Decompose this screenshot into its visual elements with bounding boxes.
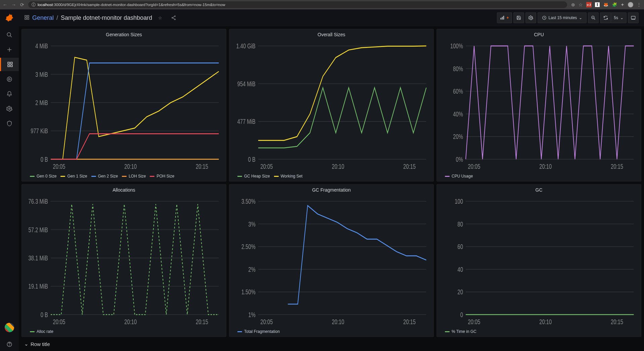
help-nav[interactable] bbox=[0, 338, 19, 351]
legend-item[interactable]: Gen 2 Size bbox=[91, 174, 118, 179]
legend-item[interactable]: % Time in GC bbox=[445, 329, 476, 334]
chart-area[interactable]: 0 B477 MiB954 MiB1.40 GiB20:0520:1020:15 bbox=[232, 40, 431, 172]
svg-text:57.2 MiB: 57.2 MiB bbox=[29, 226, 48, 234]
legend-label: Working Set bbox=[281, 174, 303, 179]
svg-text:20:15: 20:15 bbox=[196, 163, 208, 170]
url-host: localhost bbox=[38, 3, 53, 7]
browser-url-bar[interactable]: ⓘ localhost:3000/d/9GEjrXHnk/sample-dotn… bbox=[28, 1, 567, 8]
browser-extensions: ⊕ ☆ u 2 I 🦊 🧩 ✦ ⋮ bbox=[571, 2, 641, 7]
dashboards-icon[interactable] bbox=[24, 15, 30, 21]
grafana-logo-icon[interactable] bbox=[4, 12, 15, 23]
favorite-icon[interactable]: ☆ bbox=[155, 12, 166, 23]
legend-item[interactable]: LOH Size bbox=[122, 174, 146, 179]
legend-item[interactable]: Gen 0 Size bbox=[30, 174, 56, 179]
svg-text:80%: 80% bbox=[453, 65, 463, 73]
legend-item[interactable]: POH Size bbox=[150, 174, 174, 179]
svg-rect-5 bbox=[10, 62, 12, 64]
svg-text:20:15: 20:15 bbox=[403, 163, 416, 170]
browser-reload-icon[interactable]: ⟳ bbox=[20, 2, 24, 7]
svg-rect-6 bbox=[8, 65, 9, 67]
legend-item[interactable]: GC Heap Size bbox=[237, 174, 270, 179]
panel-gc_frag[interactable]: GC Fragmentation1%1.50%2%2.50%3%3.50%20:… bbox=[229, 184, 434, 337]
chart-area[interactable]: 0 B19.1 MiB38.1 MiB57.2 MiB76.3 MiB20:05… bbox=[25, 195, 223, 328]
panel-gc[interactable]: GC02040608010020:0520:1020:15% Time in G… bbox=[436, 184, 641, 337]
chart-area[interactable]: 02040608010020:0520:1020:15 bbox=[440, 195, 638, 328]
breadcrumb-sep: / bbox=[56, 14, 58, 21]
legend-item[interactable]: Working Set bbox=[274, 174, 303, 179]
admin-nav[interactable] bbox=[0, 117, 19, 130]
refresh-interval-picker[interactable]: 5s ⌄ bbox=[611, 12, 627, 23]
svg-text:80: 80 bbox=[458, 220, 463, 228]
ext-icon-1[interactable]: 🦊 bbox=[603, 2, 608, 7]
legend: Total Fragmentation bbox=[232, 328, 431, 334]
svg-rect-13 bbox=[25, 15, 27, 17]
zoom-out-button[interactable] bbox=[588, 12, 599, 23]
onepassword-ext-icon[interactable]: I bbox=[595, 2, 600, 7]
svg-text:0 B: 0 B bbox=[248, 156, 256, 163]
share-icon[interactable] bbox=[168, 12, 179, 23]
add-panel-button[interactable]: + bbox=[497, 12, 512, 23]
legend-swatch bbox=[30, 331, 35, 332]
browser-menu-icon[interactable]: ⋮ bbox=[637, 2, 641, 7]
svg-rect-4 bbox=[8, 62, 9, 64]
ext-icon-2[interactable]: 🧩 bbox=[612, 2, 617, 7]
dashboards-nav[interactable] bbox=[0, 58, 19, 71]
svg-rect-16 bbox=[27, 18, 29, 19]
browser-back-icon[interactable]: ← bbox=[3, 2, 7, 7]
browser-forward-icon[interactable]: → bbox=[11, 2, 16, 7]
config-nav[interactable] bbox=[0, 102, 19, 115]
bookmark-star-icon[interactable]: ☆ bbox=[579, 2, 583, 7]
panel-gen_sizes[interactable]: Generation Sizes0 B977 KiB2 MiB3 MiB4 Mi… bbox=[21, 29, 226, 182]
chart-area[interactable]: 0%20%40%60%80%100%20:0520:1020:15 bbox=[440, 40, 638, 172]
svg-line-1 bbox=[10, 36, 12, 37]
svg-rect-23 bbox=[502, 17, 502, 19]
svg-text:100%: 100% bbox=[450, 42, 463, 50]
row-toggle[interactable]: ⌄Row title bbox=[21, 340, 641, 348]
legend-label: Total Fragmentation bbox=[244, 329, 280, 334]
ublock-ext-icon[interactable]: u 2 bbox=[586, 2, 592, 7]
svg-text:38.1 MiB: 38.1 MiB bbox=[29, 254, 48, 262]
save-button[interactable] bbox=[513, 12, 524, 23]
svg-text:20:10: 20:10 bbox=[332, 318, 344, 326]
browser-chrome: ← → ⟳ ⓘ localhost:3000/d/9GEjrXHnk/sampl… bbox=[0, 0, 644, 9]
legend-item[interactable]: Alloc rate bbox=[30, 329, 53, 334]
view-mode-button[interactable] bbox=[628, 12, 639, 23]
legend-item[interactable]: CPU Usage bbox=[445, 174, 473, 179]
page-title: Sample dotnet-monitor dashboard bbox=[61, 14, 152, 21]
legend-swatch bbox=[274, 176, 279, 177]
chart-area[interactable]: 1%1.50%2%2.50%3%3.50%20:0520:1020:15 bbox=[232, 195, 431, 328]
svg-marker-9 bbox=[8, 78, 10, 80]
search-nav[interactable] bbox=[0, 28, 19, 42]
legend-swatch bbox=[150, 176, 154, 177]
explore-nav[interactable] bbox=[0, 72, 19, 86]
refresh-button[interactable] bbox=[600, 12, 611, 23]
refresh-interval: 5s bbox=[614, 15, 618, 20]
svg-point-18 bbox=[172, 17, 173, 18]
legend-item[interactable]: Total Fragmentation bbox=[237, 329, 280, 334]
svg-text:4 MiB: 4 MiB bbox=[35, 42, 48, 50]
legend-label: Gen 0 Size bbox=[37, 174, 56, 179]
extensions-puzzle-icon[interactable]: ✦ bbox=[620, 2, 625, 7]
user-avatar[interactable] bbox=[5, 323, 14, 332]
alerting-nav[interactable] bbox=[0, 87, 19, 101]
svg-text:20:15: 20:15 bbox=[611, 163, 623, 170]
profile-avatar-icon[interactable] bbox=[628, 2, 633, 7]
breadcrumb-root[interactable]: General bbox=[32, 14, 54, 21]
legend: Alloc rate bbox=[25, 328, 223, 334]
sidebar bbox=[0, 9, 19, 351]
panel-cpu[interactable]: CPU0%20%40%60%80%100%20:0520:1020:15CPU … bbox=[436, 29, 641, 182]
legend-item[interactable]: Gen 1 Size bbox=[60, 174, 87, 179]
create-nav[interactable] bbox=[0, 43, 19, 56]
zoom-icon[interactable]: ⊕ bbox=[571, 2, 575, 7]
chart-area[interactable]: 0 B977 KiB2 MiB3 MiB4 MiB20:0520:1020:15 bbox=[25, 40, 223, 172]
panel-allocations[interactable]: Allocations0 B19.1 MiB38.1 MiB57.2 MiB76… bbox=[21, 184, 226, 337]
svg-text:40%: 40% bbox=[453, 110, 463, 118]
svg-text:0 B: 0 B bbox=[41, 311, 48, 319]
panel-title: Allocations bbox=[25, 187, 223, 193]
panel-overall_sizes[interactable]: Overall Sizes0 B477 MiB954 MiB1.40 GiB20… bbox=[229, 29, 434, 182]
svg-text:60%: 60% bbox=[453, 88, 463, 95]
svg-text:76.3 MiB: 76.3 MiB bbox=[29, 198, 48, 205]
legend: CPU Usage bbox=[440, 172, 638, 179]
time-range-picker[interactable]: Last 15 minutes ⌄ bbox=[538, 12, 587, 23]
settings-button[interactable] bbox=[525, 12, 536, 23]
